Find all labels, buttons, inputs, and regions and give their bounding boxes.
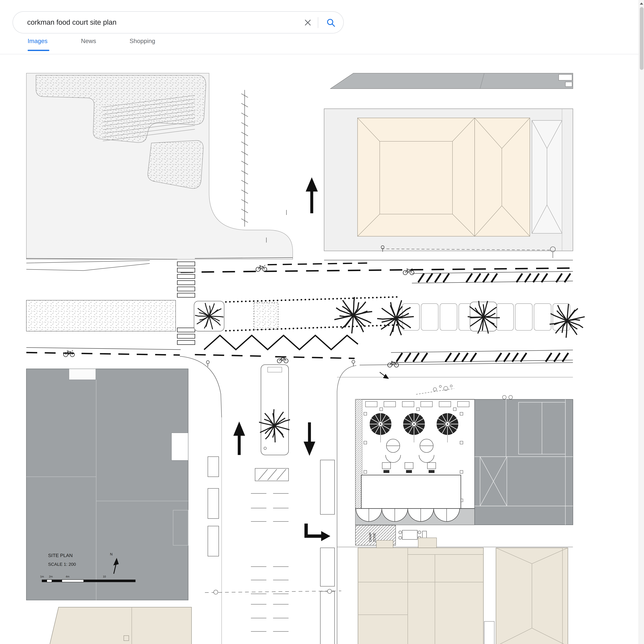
square-tables bbox=[382, 462, 436, 469]
median-landscaping bbox=[26, 292, 589, 343]
lamp-icon bbox=[206, 361, 209, 367]
active-tab-underline bbox=[28, 50, 49, 51]
hatched-markings-upper bbox=[418, 274, 570, 282]
survey-marks bbox=[416, 385, 512, 399]
traffic-arrow-turn-right bbox=[306, 524, 330, 541]
crosswalk-south bbox=[177, 328, 195, 345]
result-tabs: Images News Shopping bbox=[28, 38, 189, 44]
vertical-scrollbar[interactable] bbox=[639, 0, 644, 644]
zigzag-marking bbox=[204, 335, 358, 350]
traffic-arrow-down bbox=[304, 422, 315, 456]
parking-area bbox=[205, 365, 341, 644]
site-plan-title: SITE PLAN bbox=[48, 553, 73, 558]
page: Images News Shopping bbox=[0, 0, 644, 644]
umbrella-table bbox=[403, 413, 425, 435]
umbrella-table bbox=[437, 413, 458, 435]
north-road bbox=[241, 90, 286, 243]
clear-icon bbox=[304, 18, 312, 26]
image-result-canvas: SITE PLAN SCALE 1: 200 N 1m 2m 4m 10 bbox=[0, 54, 639, 644]
umbrella-table bbox=[370, 413, 391, 435]
search-input[interactable] bbox=[26, 18, 298, 27]
southwest-building: SITE PLAN SCALE 1: 200 N bbox=[26, 369, 188, 600]
bicycle-icon bbox=[256, 265, 267, 271]
site-plan-image[interactable]: SITE PLAN SCALE 1: 200 N 1m 2m 4m 10 bbox=[0, 54, 639, 644]
svg-text:1m: 1m bbox=[40, 575, 44, 578]
svg-text:2m: 2m bbox=[49, 575, 53, 578]
search-submit-button[interactable] bbox=[318, 12, 343, 33]
southwest-annex-building bbox=[49, 607, 191, 644]
northeast-buildings bbox=[324, 73, 573, 251]
site-plan-scale: SCALE 1: 200 bbox=[48, 562, 76, 567]
svg-text:N: N bbox=[110, 552, 113, 556]
parking-bay-lines bbox=[251, 493, 289, 631]
clear-search-button[interactable] bbox=[298, 12, 318, 33]
traffic-arrow-north bbox=[306, 177, 318, 213]
traffic-arrow-up bbox=[233, 422, 245, 455]
crosswalk-north bbox=[177, 262, 195, 297]
svg-text:DAMP: DAMP bbox=[368, 532, 372, 542]
lamp-icon bbox=[352, 360, 355, 366]
south-buildings bbox=[337, 538, 573, 644]
svg-text:10: 10 bbox=[103, 575, 106, 578]
tab-images[interactable]: Images bbox=[28, 38, 48, 44]
scrollbar-thumb[interactable] bbox=[640, 7, 643, 70]
svg-text:4m: 4m bbox=[66, 575, 70, 578]
svg-text:ZONE: ZONE bbox=[372, 533, 376, 542]
survey-arrow bbox=[380, 372, 389, 379]
scroll-up-button[interactable] bbox=[639, 0, 644, 7]
park-area bbox=[26, 73, 293, 259]
scroll-up-icon bbox=[640, 2, 643, 4]
search-icon bbox=[326, 17, 336, 27]
tab-shopping[interactable]: Shopping bbox=[130, 38, 155, 44]
east-buildings bbox=[475, 399, 573, 525]
search-bar[interactable] bbox=[13, 11, 344, 34]
tab-news[interactable]: News bbox=[81, 38, 96, 44]
bicycle-icon bbox=[277, 357, 288, 363]
